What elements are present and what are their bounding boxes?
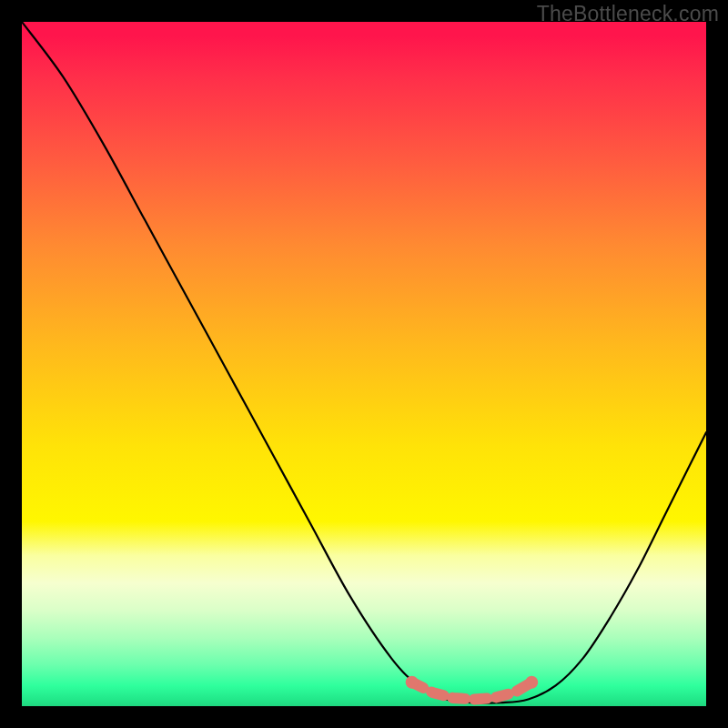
optimal-range-endpoint xyxy=(406,676,419,689)
plot-area xyxy=(22,22,706,706)
optimal-range-markers xyxy=(406,676,539,700)
chart-frame: TheBottleneck.com xyxy=(0,0,728,728)
chart-svg xyxy=(22,22,706,706)
optimal-range-endpoint xyxy=(525,676,538,689)
optimal-range-line xyxy=(412,682,532,700)
bottleneck-curve-line xyxy=(22,22,706,703)
